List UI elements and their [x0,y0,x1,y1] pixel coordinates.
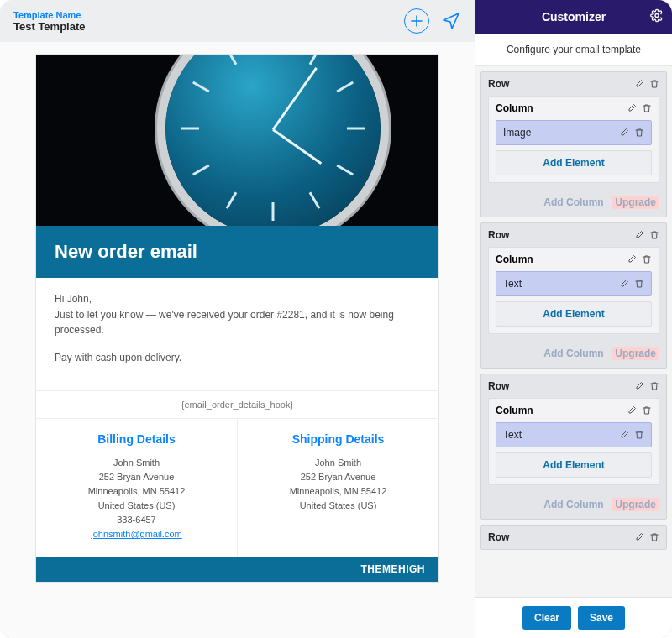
billing-country: United States (US) [45,499,228,513]
upgrade-badge[interactable]: Upgrade [612,196,659,209]
add-column-button[interactable]: Add Column [543,348,603,359]
plus-icon [411,15,423,27]
delete-icon[interactable] [642,254,652,264]
intro-text: Just to let you know — we've received yo… [55,309,394,337]
row-header[interactable]: Row [481,72,666,96]
shipping-country: United States (US) [246,499,430,513]
billing-title: Billing Details [45,431,228,449]
shipping-column: Shipping Details John Smith 252 Bryan Av… [237,419,438,557]
paper-plane-icon [441,11,461,31]
edit-icon[interactable] [634,381,644,391]
customizer-subtitle: Configure your email template [475,34,672,66]
column-block: ColumnImageAdd Element [488,96,659,183]
send-button[interactable] [441,11,461,31]
template-header: Template Name Test Template [0,0,475,42]
column-block: ColumnTextAdd Element [488,247,659,334]
email-title: New order email [36,226,438,278]
add-element-button[interactable]: Add Element [496,150,652,175]
upgrade-badge[interactable]: Upgrade [612,498,659,511]
row-header[interactable]: Row [481,223,666,247]
row-block: RowColumnImageAdd ElementAdd ColumnUpgra… [480,71,667,217]
billing-column: Billing Details John Smith 252 Bryan Ave… [36,419,237,557]
gear-icon [650,9,664,23]
edit-icon[interactable] [627,254,637,264]
clear-button[interactable]: Clear [522,606,571,630]
edit-icon[interactable] [634,532,644,542]
delete-icon[interactable] [642,405,652,416]
row-header[interactable]: Row [481,374,666,398]
add-button[interactable] [404,8,429,34]
billing-phone: 333-6457 [45,513,228,527]
billing-name: John Smith [45,456,228,470]
svg-point-0 [655,14,659,18]
upgrade-badge[interactable]: Upgrade [612,347,659,360]
delete-icon[interactable] [649,381,659,391]
delete-icon[interactable] [634,128,644,138]
template-name-label: Template Name [13,10,394,20]
edit-icon[interactable] [634,79,644,89]
settings-button[interactable] [650,9,664,25]
shipping-title: Shipping Details [246,431,430,449]
column-header[interactable]: Column [489,399,659,422]
edit-icon[interactable] [619,128,629,138]
email-preview: New order email Hi John, Just to let you… [0,42,475,638]
edit-icon[interactable] [634,230,644,240]
delete-icon[interactable] [649,230,659,240]
template-name-value: Test Template [13,20,394,33]
customizer-header: Customizer [475,0,672,34]
edit-icon[interactable] [627,103,637,113]
add-element-button[interactable]: Add Element [496,452,652,478]
row-block: RowColumnTextAdd ElementAdd ColumnUpgrad… [480,374,667,520]
delete-icon[interactable] [634,430,644,440]
element-item[interactable]: Text [496,422,652,447]
billing-street: 252 Bryan Avenue [45,470,228,484]
shipping-name: John Smith [246,456,430,470]
payment-note: Pay with cash upon delivery. [55,350,420,366]
billing-city: Minneapolis, MN 55412 [45,484,228,499]
delete-icon[interactable] [649,532,659,542]
order-details-hook: {email_order_details_hook} [36,390,438,419]
row-block: RowColumnTextAdd ElementAdd ColumnUpgrad… [480,222,667,369]
add-column-row: Add ColumnUpgrade [481,341,666,368]
hero-image [36,55,438,226]
billing-email-link[interactable]: johnsmith@gmail.com [91,529,181,539]
add-column-button[interactable]: Add Column [543,499,603,510]
edit-icon[interactable] [627,405,637,416]
delete-icon[interactable] [642,103,652,113]
shipping-street: 252 Bryan Avenue [246,470,430,484]
customizer-title: Customizer [542,10,606,24]
delete-icon[interactable] [634,279,644,289]
add-column-row: Add ColumnUpgrade [481,190,666,217]
email-footer-brand: THEMEHIGH [36,557,438,582]
add-column-row: Add ColumnUpgrade [481,492,666,519]
edit-icon[interactable] [619,279,629,289]
add-element-button[interactable]: Add Element [496,301,652,327]
row-header[interactable]: Row [481,526,666,549]
row-block: Row [480,525,667,550]
column-header[interactable]: Column [489,97,659,120]
greeting-text: Hi John, [55,293,92,305]
column-block: ColumnTextAdd Element [488,398,659,485]
save-button[interactable]: Save [578,606,625,630]
edit-icon[interactable] [619,430,629,440]
element-item[interactable]: Text [496,271,652,296]
element-item[interactable]: Image [496,120,652,145]
shipping-city: Minneapolis, MN 55412 [246,484,430,499]
delete-icon[interactable] [649,79,659,89]
column-header[interactable]: Column [489,248,659,271]
add-column-button[interactable]: Add Column [543,196,603,208]
